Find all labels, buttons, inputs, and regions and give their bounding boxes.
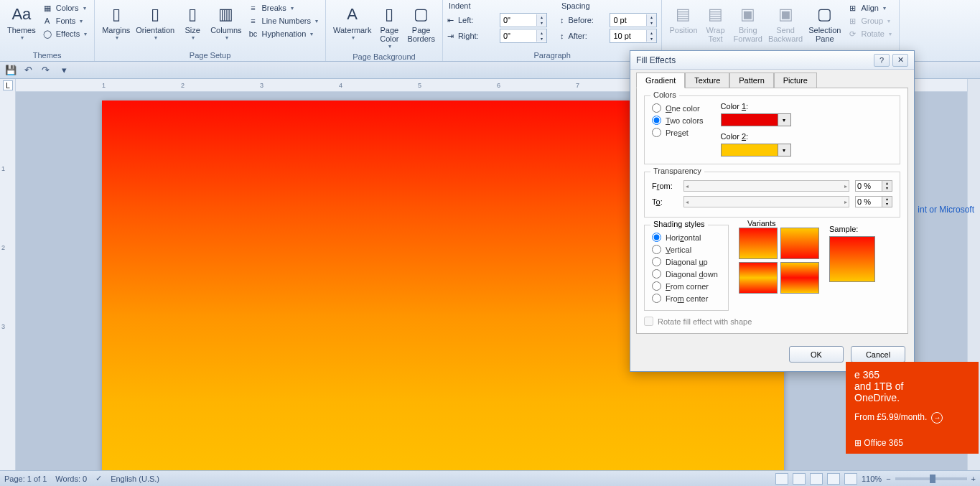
dialog-title-bar[interactable]: Fill Effects ? ✕	[630, 51, 914, 70]
radio-diagonal-down[interactable]: Diagonal down	[652, 268, 721, 280]
color2-picker[interactable]: ▾	[721, 144, 791, 156]
hyphenation-button[interactable]: bcHyphenation▾	[245, 27, 321, 40]
size-button[interactable]: ▯Size▾	[177, 1, 207, 42]
help-button[interactable]: ?	[874, 54, 890, 67]
align-button[interactable]: ⊞Align▾	[844, 1, 894, 14]
page-borders-icon: ▢	[410, 3, 433, 26]
spell-check-icon[interactable]: ✓	[95, 474, 102, 483]
status-bar: Page: 1 of 1 Words: 0 ✓ English (U.S.) 1…	[0, 470, 980, 486]
zoom-out[interactable]: −	[886, 475, 890, 483]
sidebar-link[interactable]: int or Microsoft	[918, 205, 974, 215]
position-icon: ▤	[672, 3, 695, 26]
sample-preview	[829, 236, 875, 282]
page-status[interactable]: Page: 1 of 1	[4, 475, 47, 483]
orientation-button[interactable]: ▯Orientation▾	[133, 1, 177, 42]
variant-4[interactable]	[780, 262, 819, 294]
indent-left-input[interactable]: ▴▾	[500, 13, 547, 27]
radio-vertical[interactable]: Vertical	[652, 243, 721, 256]
save-icon[interactable]: 💾	[4, 64, 17, 77]
zoom-in[interactable]: +	[971, 475, 976, 483]
selection-icon: ▢	[813, 3, 836, 26]
view-full-screen[interactable]	[793, 473, 806, 485]
fonts-button[interactable]: AFonts▾	[39, 14, 90, 27]
qat-dropdown[interactable]: ▾	[57, 64, 70, 77]
colors-fieldset: Colors OOne colorne color Two colors Pre…	[644, 95, 900, 164]
tab-picture[interactable]: Picture	[774, 73, 817, 88]
group-label: Themes	[4, 50, 90, 61]
variant-3[interactable]	[739, 262, 778, 294]
dialog-tabs: Gradient Texture Pattern Picture	[630, 70, 914, 88]
line-numbers-icon: ≡	[248, 15, 259, 27]
radio-diagonal-up[interactable]: Diagonal up	[652, 256, 721, 268]
page-borders-button[interactable]: ▢Page Borders	[404, 1, 438, 45]
watermark-button[interactable]: AWatermark▾	[330, 1, 374, 42]
radio-preset[interactable]: Preset	[652, 126, 704, 139]
size-icon: ▯	[181, 3, 204, 26]
color1-picker[interactable]: ▾	[721, 113, 791, 126]
chevron-down-icon[interactable]: ▾	[778, 113, 791, 126]
ok-button[interactable]: OK	[789, 346, 844, 363]
orientation-icon: ▯	[144, 3, 167, 26]
group-page-setup: ▯Margins▾ ▯Orientation▾ ▯Size▾ ▥Columns▾…	[95, 0, 326, 61]
tab-gradient[interactable]: Gradient	[636, 73, 685, 88]
spacing-before-input[interactable]: ▴▾	[610, 13, 657, 27]
radio-from-corner[interactable]: From corner	[652, 280, 721, 292]
view-draft[interactable]	[844, 473, 857, 485]
selection-pane-button[interactable]: ▢Selection Pane	[806, 1, 844, 45]
radio-one-color[interactable]: OOne colorne color	[652, 102, 704, 114]
wrap-icon: ▤	[704, 3, 727, 26]
chevron-down-icon[interactable]: ▾	[778, 144, 791, 156]
from-slider[interactable]: ◂▸	[683, 180, 849, 192]
view-outline[interactable]	[827, 473, 840, 485]
page-color-button[interactable]: ▯Page Color▾	[374, 1, 404, 51]
position-button: ▤Position	[666, 1, 700, 36]
language-status[interactable]: English (U.S.)	[111, 475, 159, 483]
bring-forward-button: ▣Bring Forward	[731, 1, 765, 45]
zoom-slider[interactable]	[895, 477, 967, 480]
breaks-icon: ≡	[248, 2, 259, 14]
radio-two-colors[interactable]: Two colors	[652, 114, 704, 126]
office365-ad[interactable]: e 365 and 1TB of OneDrive. From £5.99/mo…	[846, 362, 979, 454]
to-slider[interactable]: ◂▸	[683, 196, 849, 207]
variant-1[interactable]	[739, 228, 778, 259]
spacing-before-icon: ↕	[560, 16, 564, 24]
view-web[interactable]	[810, 473, 823, 485]
redo-icon[interactable]: ↷	[39, 64, 52, 77]
view-print-layout[interactable]	[775, 473, 788, 485]
backward-icon: ▣	[774, 3, 797, 26]
fonts-icon: A	[42, 15, 53, 27]
tab-selector[interactable]: L	[3, 80, 13, 90]
office-logo: ⊞ Office 365	[854, 438, 903, 448]
vertical-ruler: L 1 2 3	[0, 79, 16, 470]
shading-styles-fieldset: Shading styles Horizontal Vertical Diago…	[644, 225, 729, 311]
rotate-checkbox: Rotate fill effect with shape	[644, 311, 900, 326]
close-button[interactable]: ✕	[892, 54, 908, 67]
radio-horizontal[interactable]: Horizontal	[652, 231, 721, 243]
effects-button[interactable]: ◯Effects▾	[39, 27, 90, 40]
watermark-icon: A	[341, 3, 364, 26]
colors-button[interactable]: ▦Colors▾	[39, 1, 90, 14]
variant-2[interactable]	[780, 228, 819, 259]
zoom-level[interactable]: 110%	[862, 475, 882, 483]
radio-from-center[interactable]: From center	[652, 292, 721, 304]
spacing-after-input[interactable]: ▴▾	[610, 29, 657, 43]
rotate-icon: ⟳	[846, 28, 858, 39]
cancel-button[interactable]: Cancel	[851, 346, 905, 363]
color2-label: Color 2:	[721, 132, 791, 141]
indent-right-icon: ⇥	[447, 32, 454, 41]
forward-icon: ▣	[737, 3, 760, 26]
margins-button[interactable]: ▯Margins▾	[99, 1, 133, 42]
columns-button[interactable]: ▥Columns▾	[207, 1, 244, 42]
arrow-icon: →	[931, 412, 943, 424]
align-icon: ⊞	[846, 2, 858, 14]
word-count[interactable]: Words: 0	[55, 475, 87, 483]
themes-button[interactable]: Aa Themes▾	[4, 1, 39, 42]
tab-texture[interactable]: Texture	[685, 73, 729, 88]
indent-right-input[interactable]: ▴▾	[500, 29, 547, 43]
from-input[interactable]	[855, 180, 882, 192]
undo-icon[interactable]: ↶	[22, 64, 34, 77]
to-input[interactable]	[855, 196, 882, 207]
line-numbers-button[interactable]: ≡Line Numbers▾	[245, 14, 321, 27]
breaks-button[interactable]: ≡Breaks▾	[245, 1, 321, 14]
tab-pattern[interactable]: Pattern	[729, 73, 773, 88]
